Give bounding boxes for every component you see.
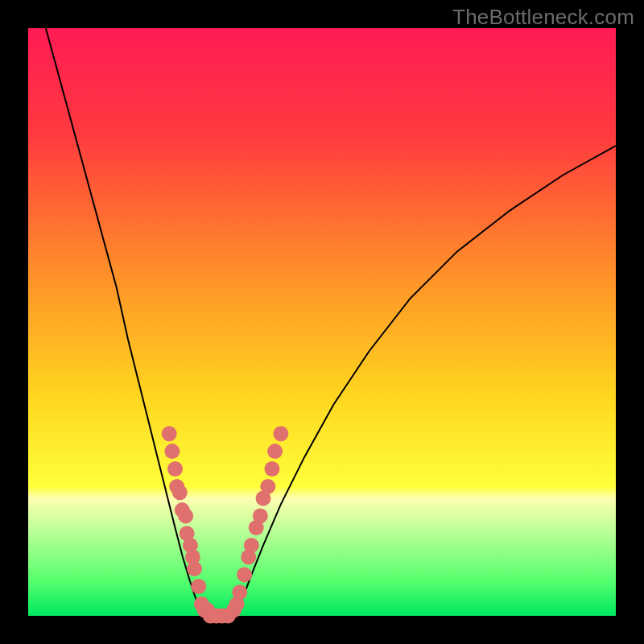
scatter-point: [191, 579, 206, 594]
chart-frame: TheBottleneck.com: [0, 0, 644, 644]
scatter-point: [237, 567, 252, 582]
scatter-point: [178, 508, 193, 523]
scatter-point: [264, 461, 279, 477]
scatter-point: [172, 485, 188, 500]
bottleneck-curve: [46, 28, 616, 616]
scatter-point: [167, 461, 183, 477]
scatter-points: [162, 426, 289, 623]
scatter-point: [260, 479, 275, 494]
curve-layer: [28, 28, 616, 616]
scatter-point: [164, 444, 180, 459]
bottleneck-curve-path: [46, 28, 616, 616]
scatter-point: [232, 584, 247, 600]
scatter-point: [267, 444, 283, 459]
watermark-text: TheBottleneck.com: [452, 5, 634, 30]
scatter-point: [273, 426, 288, 441]
scatter-point: [244, 538, 259, 553]
scatter-point: [253, 508, 268, 523]
scatter-point: [187, 561, 202, 576]
scatter-point: [162, 426, 177, 441]
